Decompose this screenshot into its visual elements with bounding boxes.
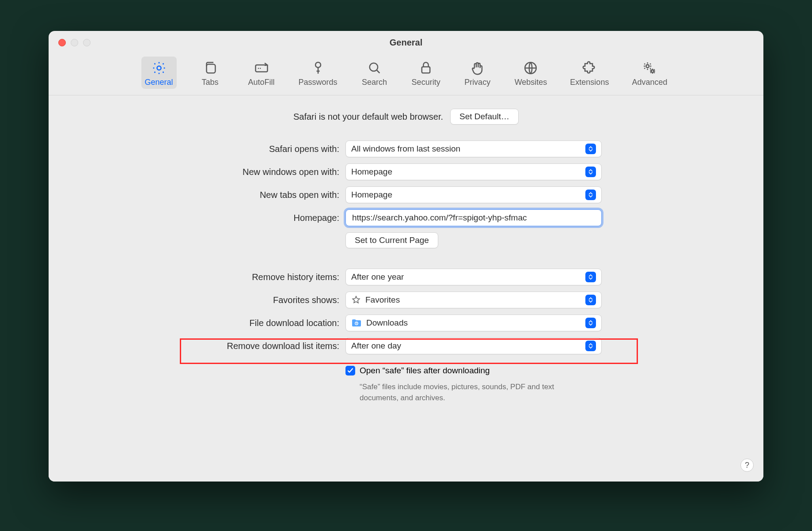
help-button[interactable]: ? (740, 459, 754, 472)
label-new-windows: New windows open with: (49, 167, 339, 177)
select-opens-with[interactable]: All windows from last session (345, 140, 602, 157)
svg-point-4 (259, 68, 261, 69)
gear-icon (151, 60, 167, 76)
label-favorites: Favorites shows: (49, 295, 339, 305)
chevron-updown-icon (585, 341, 596, 351)
search-icon (367, 60, 383, 76)
key-icon (310, 60, 326, 76)
svg-point-10 (652, 70, 654, 72)
label-remove-downloads: Remove download list items: (49, 341, 339, 351)
chevron-updown-icon (585, 318, 596, 328)
hand-icon (470, 60, 486, 76)
select-value: Favorites (351, 295, 585, 305)
select-value: Downloads (351, 318, 585, 328)
tab-autofill[interactable]: AutoFill (244, 57, 279, 89)
open-safe-row: Open “safe” files after downloading (345, 366, 604, 375)
chevron-updown-icon (585, 272, 596, 282)
select-new-tabs[interactable]: Homepage (345, 186, 602, 203)
select-download-location[interactable]: Downloads (345, 315, 602, 331)
minimize-window-button[interactable] (71, 39, 78, 46)
preferences-body: Safari is not your default web browser. … (49, 95, 763, 482)
default-browser-text: Safari is not your default web browser. (293, 112, 443, 122)
svg-point-9 (646, 64, 649, 68)
set-to-current-page-button[interactable]: Set to Current Page (345, 232, 438, 248)
tab-label: Websites (515, 78, 547, 87)
tab-extensions[interactable]: Extensions (566, 57, 612, 89)
chevron-updown-icon (585, 144, 596, 154)
download-location-value-text: Downloads (366, 318, 408, 328)
tab-passwords[interactable]: Passwords (295, 57, 341, 89)
select-value: After one year (351, 272, 585, 282)
autofill-icon (254, 60, 269, 76)
tab-label: Extensions (570, 78, 609, 87)
svg-rect-2 (255, 65, 267, 72)
tab-search[interactable]: Search (357, 57, 392, 89)
chevron-updown-icon (585, 167, 596, 177)
select-value: After one day (351, 341, 585, 351)
titlebar: General (49, 31, 763, 54)
gears-icon (641, 60, 657, 76)
tab-security[interactable]: Security (408, 57, 444, 89)
puzzle-icon (581, 60, 597, 76)
select-value: All windows from last session (351, 144, 585, 154)
chevron-updown-icon (585, 295, 596, 305)
tab-general[interactable]: General (141, 57, 177, 89)
select-value: Homepage (351, 190, 585, 200)
tab-label: General (145, 78, 173, 87)
select-new-windows[interactable]: Homepage (345, 163, 602, 180)
chevron-updown-icon (585, 190, 596, 200)
open-safe-checkbox[interactable] (345, 366, 355, 375)
folder-icon (351, 319, 362, 327)
tab-privacy[interactable]: Privacy (460, 57, 495, 89)
tab-tabs[interactable]: Tabs (193, 57, 228, 89)
tab-label: Search (362, 78, 387, 87)
set-default-button[interactable]: Set Default… (450, 109, 519, 125)
tab-label: Advanced (632, 78, 667, 87)
tab-label: Passwords (299, 78, 338, 87)
star-icon (351, 295, 361, 305)
globe-icon (523, 60, 539, 76)
svg-point-5 (315, 62, 321, 68)
label-remove-history: Remove history items: (49, 272, 339, 282)
homepage-field-wrapper (345, 209, 602, 226)
safe-files-hint: “Safe” files include movies, pictures, s… (360, 382, 581, 403)
tab-label: Security (412, 78, 440, 87)
lock-icon (418, 60, 434, 76)
svg-rect-1 (206, 64, 215, 73)
preferences-toolbar: General Tabs AutoFill Passwords Search (49, 54, 763, 95)
tab-label: Tabs (202, 78, 219, 87)
tab-label: AutoFill (248, 78, 275, 87)
default-browser-row: Safari is not your default web browser. … (49, 109, 763, 125)
window-title: General (49, 38, 763, 48)
general-form: Safari opens with: All windows from last… (49, 140, 763, 403)
select-value: Homepage (351, 167, 585, 177)
label-new-tabs: New tabs open with: (49, 190, 339, 200)
label-opens-with: Safari opens with: (49, 144, 339, 154)
preferences-window: General General Tabs AutoFill Passwords (49, 31, 763, 482)
svg-point-0 (157, 66, 161, 70)
maximize-window-button[interactable] (83, 39, 91, 46)
svg-rect-7 (422, 67, 430, 73)
homepage-input[interactable] (351, 212, 596, 223)
label-download-location: File download location: (49, 318, 339, 328)
traffic-lights (58, 39, 91, 46)
select-favorites[interactable]: Favorites (345, 292, 602, 308)
svg-point-3 (258, 68, 259, 69)
open-safe-label: Open “safe” files after downloading (360, 366, 490, 375)
label-homepage: Homepage: (49, 213, 339, 223)
tabs-icon (202, 60, 218, 76)
tab-websites[interactable]: Websites (511, 57, 551, 89)
select-remove-downloads[interactable]: After one day (345, 338, 602, 354)
tab-advanced[interactable]: Advanced (628, 57, 671, 89)
select-remove-history[interactable]: After one year (345, 269, 602, 285)
favorites-value-text: Favorites (365, 295, 400, 305)
close-window-button[interactable] (58, 39, 66, 46)
tab-label: Privacy (464, 78, 490, 87)
